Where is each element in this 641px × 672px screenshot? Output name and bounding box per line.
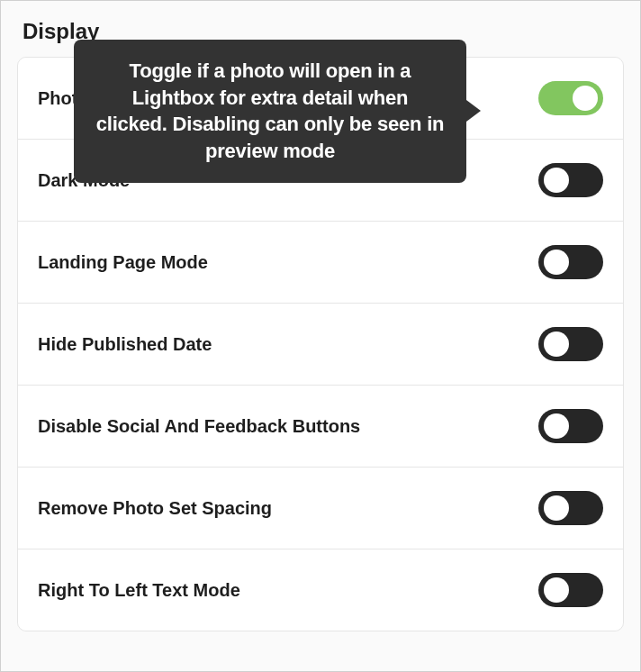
setting-row-landing-page: Landing Page Mode [18,222,623,304]
setting-row-hide-published: Hide Published Date [18,304,623,386]
setting-label: Remove Photo Set Spacing [38,498,272,519]
toggle-knob [544,168,569,193]
setting-label: Right To Left Text Mode [38,580,240,601]
toggle-knob [544,331,569,357]
toggle-hide-published[interactable] [538,327,603,361]
toggle-remove-spacing[interactable] [538,491,603,525]
tooltip: Toggle if a photo will open in a Lightbo… [74,40,466,183]
toggle-knob [544,577,569,603]
setting-label: Landing Page Mode [38,252,208,273]
toggle-rtl-mode[interactable] [538,573,603,607]
setting-label: Disable Social And Feedback Buttons [38,416,360,437]
setting-row-disable-social: Disable Social And Feedback Buttons [18,386,623,468]
toggle-photo-lightbox[interactable] [538,81,603,115]
toggle-knob [544,495,569,521]
toggle-dark-mode[interactable] [538,163,603,197]
toggle-knob [544,413,569,439]
toggle-knob [544,250,569,275]
setting-row-rtl-mode: Right To Left Text Mode [18,549,623,631]
setting-label: Hide Published Date [38,334,212,355]
toggle-disable-social[interactable] [538,409,603,443]
toggle-landing-page[interactable] [538,245,603,279]
toggle-knob [573,86,598,111]
setting-row-remove-spacing: Remove Photo Set Spacing [18,468,623,549]
